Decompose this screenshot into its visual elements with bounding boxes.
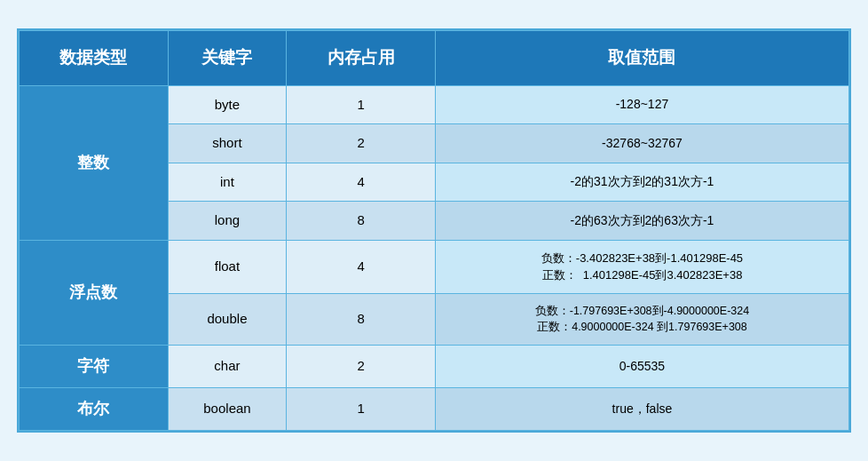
table-row: 布尔 boolean 1 true，false [20, 388, 849, 431]
table-row: 字符 char 2 0-65535 [20, 346, 849, 388]
keyword-double: double [168, 293, 286, 346]
keyword-float: float [168, 240, 286, 293]
keyword-long: long [168, 202, 286, 241]
category-boolean: 布尔 [20, 388, 169, 431]
memory-byte: 1 [287, 85, 436, 124]
range-long: -2的63次方到2的63次方-1 [435, 202, 848, 241]
memory-long: 8 [287, 202, 436, 241]
range-float: 负数：-3.402823E+38到-1.401298E-45 正数： 1.401… [435, 240, 848, 293]
keyword-char: char [168, 346, 286, 388]
memory-short: 2 [287, 124, 436, 163]
range-short: -32768~32767 [435, 124, 848, 163]
memory-float: 4 [287, 240, 436, 293]
table-row: 整数 byte 1 -128~127 [20, 85, 849, 124]
memory-int: 4 [287, 163, 436, 202]
range-boolean: true，false [435, 388, 848, 431]
range-int: -2的31次方到2的31次方-1 [435, 163, 848, 202]
keyword-short: short [168, 124, 286, 163]
memory-char: 2 [287, 346, 436, 388]
header-type: 数据类型 [20, 31, 169, 86]
header-memory: 内存占用 [287, 31, 436, 86]
keyword-boolean: boolean [168, 388, 286, 431]
memory-double: 8 [287, 293, 436, 346]
keyword-byte: byte [168, 85, 286, 124]
header-range: 取值范围 [435, 31, 848, 86]
memory-boolean: 1 [287, 388, 436, 431]
range-char: 0-65535 [435, 346, 848, 388]
category-float: 浮点数 [20, 240, 169, 346]
range-double: 负数：-1.797693E+308到-4.9000000E-324 正数：4.9… [435, 293, 848, 346]
keyword-int: int [168, 163, 286, 202]
data-type-table: 数据类型 关键字 内存占用 取值范围 整数 byte 1 -128~127 sh… [17, 28, 851, 433]
category-integer: 整数 [20, 85, 169, 240]
category-char: 字符 [20, 346, 169, 388]
range-byte: -128~127 [435, 85, 848, 124]
header-keyword: 关键字 [168, 31, 286, 86]
table-row: 浮点数 float 4 负数：-3.402823E+38到-1.401298E-… [20, 240, 849, 293]
